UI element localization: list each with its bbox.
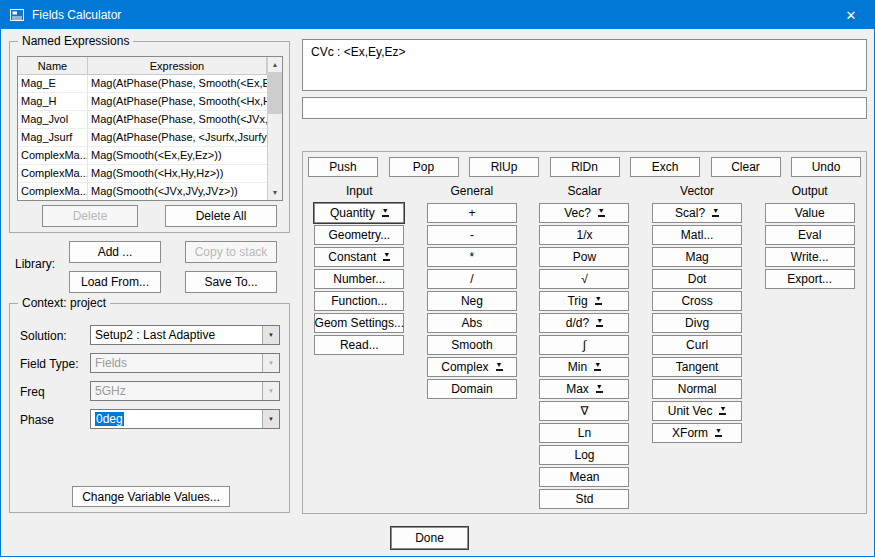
calc-button-domain[interactable]: Domain [427,379,517,399]
table-row[interactable]: ComplexMa...Mag(Smooth(<Ex,Ey,Ez>)) [18,147,267,165]
calc-button-vec[interactable]: Vec?▼ [539,203,629,223]
table-row[interactable]: ComplexMa...Mag(Smooth(<Hx,Hy,Hz>)) [18,165,267,183]
calc-button-abs[interactable]: Abs [427,313,517,333]
button-label: Vec? [564,206,591,220]
rldn-button[interactable]: RlDn [550,157,620,177]
copy-to-stack-button[interactable]: Copy to stack [185,241,277,263]
delete-button[interactable]: Delete [42,205,138,227]
calc-button-neg[interactable]: Neg [427,291,517,311]
calc-button-ln[interactable]: Ln [539,423,629,443]
button-label: Quantity [330,206,375,220]
table-row[interactable]: Mag_HMag(AtPhase(Phase, Smooth(<Hx,H... [18,93,267,111]
expressions-table: Name Expression Mag_EMag(AtPhase(Phase, … [17,56,283,201]
scroll-thumb[interactable] [268,72,282,114]
calc-button-xform[interactable]: XForm▼ [652,423,742,443]
calc-column-scalar: ScalarVec?▼1/xPow√Trig▼d/d?▼∫Min▼Max▼∇Ln… [528,183,641,511]
scroll-track[interactable] [268,114,282,185]
chevron-down-icon[interactable]: ▼ [262,410,279,428]
button-label: Geom Settings... [315,316,404,330]
solution-dropdown[interactable]: Setup2 : Last Adaptive ▼ [90,325,280,345]
button-label: 1/x [576,228,592,242]
calc-button-plus[interactable]: + [427,203,517,223]
exch-button[interactable]: Exch [630,157,700,177]
calc-button-scal[interactable]: Scal?▼ [652,203,742,223]
calc-button-divg[interactable]: Divg [652,313,742,333]
save-to-button[interactable]: Save To... [185,271,277,293]
calc-button-nabla[interactable]: ∇ [539,401,629,421]
clear-button[interactable]: Clear [711,157,781,177]
push-button[interactable]: Push [308,157,378,177]
calc-button-std[interactable]: Std [539,489,629,509]
calc-button-constant[interactable]: Constant▼ [314,247,404,267]
calc-button-tangent[interactable]: Tangent [652,357,742,377]
phase-input[interactable]: 0deg [91,412,262,426]
scroll-up-icon[interactable]: ▲ [268,57,282,72]
button-label: √ [581,272,588,286]
phase-combobox[interactable]: 0deg ▼ [90,409,280,429]
table-row[interactable]: Mag_EMag(AtPhase(Phase, Smooth(<Ex,E... [18,75,267,93]
calc-button-sqrt[interactable]: √ [539,269,629,289]
stack-top-line[interactable]: CVc : <Ex,Ey,Ez> [311,45,858,59]
calc-button-mean[interactable]: Mean [539,467,629,487]
calc-button-log[interactable]: Log [539,445,629,465]
calc-button-quantity[interactable]: Quantity▼ [314,203,404,223]
button-label: - [470,228,474,242]
table-row[interactable]: Mag_JsurfMag(AtPhase(Phase, <Jsurfx,Jsur… [18,129,267,147]
scroll-down-icon[interactable]: ▼ [268,185,282,200]
cell-name: ComplexMa... [18,147,88,164]
calc-button-multiply[interactable]: * [427,247,517,267]
button-label: Cross [681,294,712,308]
calc-button-export[interactable]: Export... [765,269,855,289]
cell-expression: Mag(Smooth(<JVx,JVy,JVz>)) [88,183,267,200]
calc-button-geometry[interactable]: Geometry... [314,225,404,245]
calc-button-derivative[interactable]: d/d?▼ [539,313,629,333]
chevron-down-icon[interactable]: ▼ [262,326,279,344]
calc-button-normal[interactable]: Normal [652,379,742,399]
calc-button-value[interactable]: Value [765,203,855,223]
calc-button-eval[interactable]: Eval [765,225,855,245]
calc-button-curl[interactable]: Curl [652,335,742,355]
library-add-button[interactable]: Add ... [69,241,161,263]
calc-button-read[interactable]: Read... [314,335,404,355]
done-button[interactable]: Done [391,527,468,549]
calc-button-minus[interactable]: - [427,225,517,245]
calc-button-min[interactable]: Min▼ [539,357,629,377]
calc-button-write[interactable]: Write... [765,247,855,267]
column-header-name[interactable]: Name [18,57,88,74]
calc-button-cross[interactable]: Cross [652,291,742,311]
calc-button-divide[interactable]: / [427,269,517,289]
calc-button-trig[interactable]: Trig▼ [539,291,629,311]
pop-button[interactable]: Pop [389,157,459,177]
calc-button-max[interactable]: Max▼ [539,379,629,399]
button-label: Curl [686,338,708,352]
calc-button-smooth[interactable]: Smooth [427,335,517,355]
library-label: Library: [15,257,55,271]
calc-button-complex[interactable]: Complex▼ [427,357,517,377]
calc-button-one-over-x[interactable]: 1/x [539,225,629,245]
rlup-button[interactable]: RlUp [469,157,539,177]
chevron-down-icon: ▼ [262,354,279,372]
calc-button-mag[interactable]: Mag [652,247,742,267]
calc-button-geom-settings[interactable]: Geom Settings... [314,313,404,333]
calc-button-pow[interactable]: Pow [539,247,629,267]
calc-button-unit-vec[interactable]: Unit Vec▼ [652,401,742,421]
table-scrollbar[interactable]: ▲ ▼ [267,57,282,200]
undo-button[interactable]: Undo [791,157,861,177]
calc-button-dot[interactable]: Dot [652,269,742,289]
calc-button-matl[interactable]: Matl... [652,225,742,245]
calculator-icon [9,7,25,23]
calc-button-integral[interactable]: ∫ [539,335,629,355]
menu-down-icon: ▼ [383,251,390,261]
close-button[interactable]: ✕ [828,1,874,29]
load-from-button[interactable]: Load From... [69,271,161,293]
table-row[interactable]: ComplexMa...Mag(Smooth(<JVx,JVy,JVz>)) [18,183,267,200]
stack-display[interactable]: CVc : <Ex,Ey,Ez> [302,39,867,91]
column-header-expression[interactable]: Expression [88,57,267,74]
button-label: Tangent [676,360,719,374]
delete-all-button[interactable]: Delete All [165,205,277,227]
calc-button-number[interactable]: Number... [314,269,404,289]
table-row[interactable]: Mag_JvolMag(AtPhase(Phase, Smooth(<JVx,J… [18,111,267,129]
change-variable-values-button[interactable]: Change Variable Values... [72,486,230,507]
calc-button-function[interactable]: Function... [314,291,404,311]
stack-entry-box[interactable] [302,97,867,119]
